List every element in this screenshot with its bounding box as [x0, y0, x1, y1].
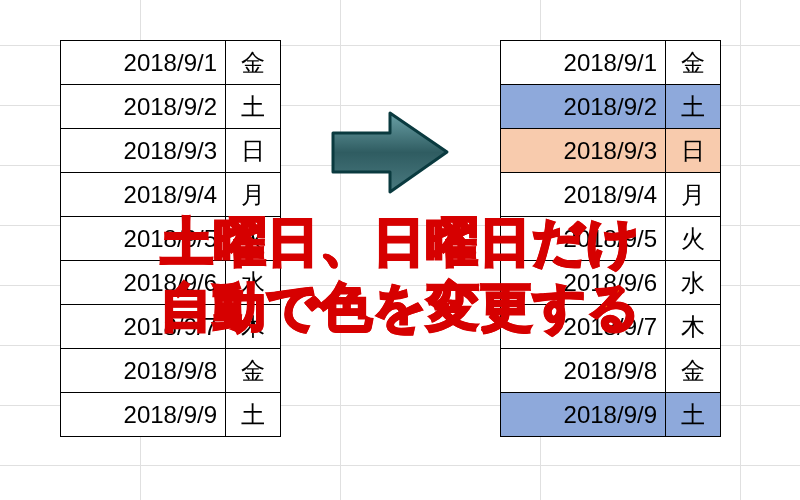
date-cell: 2018/9/3 [61, 129, 226, 173]
date-cell: 2018/9/2 [501, 85, 666, 129]
date-cell: 2018/9/7 [501, 305, 666, 349]
day-cell: 金 [666, 41, 721, 85]
day-cell: 土 [226, 393, 281, 437]
table-row: 2018/9/9土 [501, 393, 721, 437]
date-cell: 2018/9/9 [61, 393, 226, 437]
left-table: 2018/9/1金 2018/9/2土 2018/9/3日 2018/9/4月 … [60, 40, 281, 437]
arrow-right-icon [325, 105, 455, 204]
table-row: 2018/9/1金 [61, 41, 281, 85]
right-table: 2018/9/1金 2018/9/2土 2018/9/3日 2018/9/4月 … [500, 40, 721, 437]
table-row: 2018/9/8金 [501, 349, 721, 393]
table-row: 2018/9/7木 [61, 305, 281, 349]
day-cell: 火 [666, 217, 721, 261]
day-cell: 水 [226, 261, 281, 305]
day-cell: 土 [666, 393, 721, 437]
date-cell: 2018/9/9 [501, 393, 666, 437]
day-cell: 水 [666, 261, 721, 305]
day-cell: 月 [226, 173, 281, 217]
right-table-body: 2018/9/1金 2018/9/2土 2018/9/3日 2018/9/4月 … [501, 41, 721, 437]
table-row: 2018/9/5火 [501, 217, 721, 261]
date-cell: 2018/9/7 [61, 305, 226, 349]
date-cell: 2018/9/8 [61, 349, 226, 393]
day-cell: 金 [226, 41, 281, 85]
date-cell: 2018/9/4 [61, 173, 226, 217]
day-cell: 土 [226, 85, 281, 129]
table-row: 2018/9/6水 [501, 261, 721, 305]
table-row: 2018/9/4月 [61, 173, 281, 217]
day-cell: 日 [226, 129, 281, 173]
table-row: 2018/9/3日 [501, 129, 721, 173]
day-cell: 木 [666, 305, 721, 349]
date-cell: 2018/9/1 [501, 41, 666, 85]
date-cell: 2018/9/5 [61, 217, 226, 261]
table-row: 2018/9/6水 [61, 261, 281, 305]
table-row: 2018/9/5火 [61, 217, 281, 261]
date-cell: 2018/9/1 [61, 41, 226, 85]
table-row: 2018/9/1金 [501, 41, 721, 85]
day-cell: 日 [666, 129, 721, 173]
left-table-body: 2018/9/1金 2018/9/2土 2018/9/3日 2018/9/4月 … [61, 41, 281, 437]
date-cell: 2018/9/5 [501, 217, 666, 261]
date-cell: 2018/9/4 [501, 173, 666, 217]
day-cell: 金 [226, 349, 281, 393]
day-cell: 金 [666, 349, 721, 393]
table-row: 2018/9/2土 [501, 85, 721, 129]
day-cell: 土 [666, 85, 721, 129]
svg-marker-0 [333, 113, 447, 192]
table-row: 2018/9/7木 [501, 305, 721, 349]
date-cell: 2018/9/8 [501, 349, 666, 393]
table-row: 2018/9/4月 [501, 173, 721, 217]
table-row: 2018/9/9土 [61, 393, 281, 437]
date-cell: 2018/9/6 [501, 261, 666, 305]
date-cell: 2018/9/2 [61, 85, 226, 129]
table-row: 2018/9/8金 [61, 349, 281, 393]
day-cell: 木 [226, 305, 281, 349]
date-cell: 2018/9/3 [501, 129, 666, 173]
day-cell: 火 [226, 217, 281, 261]
table-row: 2018/9/3日 [61, 129, 281, 173]
day-cell: 月 [666, 173, 721, 217]
table-row: 2018/9/2土 [61, 85, 281, 129]
date-cell: 2018/9/6 [61, 261, 226, 305]
